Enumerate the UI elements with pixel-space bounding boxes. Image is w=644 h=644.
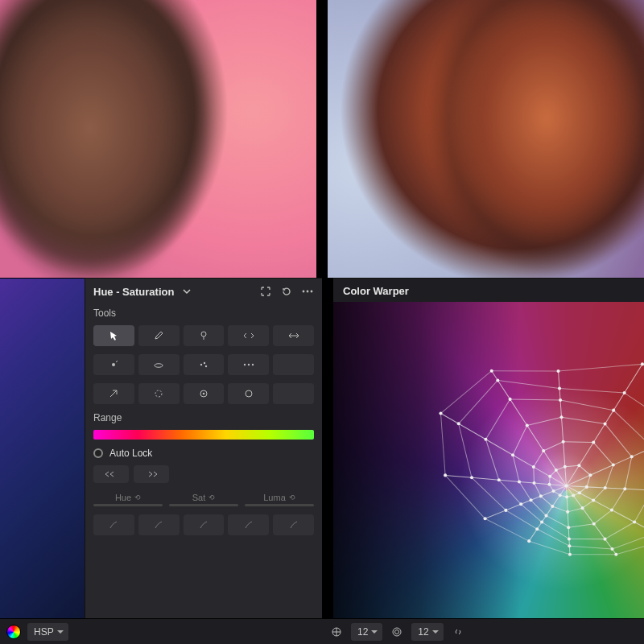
angular-divisions-dropdown[interactable]: 12 (411, 623, 443, 641)
svg-point-6 (204, 362, 205, 364)
svg-point-234 (395, 630, 399, 634)
svg-point-216 (504, 509, 507, 512)
svg-line-33 (552, 506, 568, 512)
reset-icon[interactable] (279, 283, 295, 299)
svg-line-54 (634, 490, 644, 522)
svg-point-8 (244, 364, 246, 365)
svg-line-151 (459, 423, 486, 439)
sat-reset-icon[interactable]: ⟲ (208, 493, 215, 502)
svg-point-207 (509, 398, 512, 401)
brush-3[interactable] (184, 514, 225, 535)
warper-mesh[interactable] (333, 302, 644, 637)
svg-point-179 (551, 505, 554, 508)
mode-dropdown[interactable]: HSP (27, 623, 68, 641)
hue-sat-scope[interactable] (0, 278, 85, 644)
svg-line-114 (612, 510, 634, 522)
svg-point-200 (633, 521, 636, 524)
svg-line-94 (579, 443, 593, 466)
brush-5[interactable] (273, 514, 314, 535)
nudge-left-button[interactable] (93, 465, 129, 483)
pencil-tool[interactable] (138, 325, 180, 346)
svg-point-7 (205, 365, 207, 367)
svg-line-59 (499, 480, 521, 504)
svg-point-227 (527, 539, 530, 543)
range-gradient[interactable] (93, 430, 314, 440)
contract-tool[interactable] (228, 325, 269, 346)
svg-line-112 (580, 493, 593, 500)
more-icon[interactable] (299, 283, 316, 299)
range-section-label: Range (85, 409, 322, 427)
svg-line-47 (519, 481, 530, 500)
spread-tool[interactable] (273, 325, 314, 346)
target-tool[interactable] (184, 383, 225, 404)
grid-icon[interactable] (328, 624, 345, 640)
viewer-left[interactable] (0, 0, 316, 278)
chevron-down-icon[interactable] (179, 283, 195, 299)
pin-tool[interactable] (184, 325, 225, 346)
svg-line-154 (543, 451, 556, 470)
svg-point-231 (490, 369, 493, 373)
svg-line-113 (593, 500, 612, 510)
svg-line-139 (506, 504, 521, 510)
svg-point-182 (532, 465, 535, 469)
cluster-tool[interactable] (184, 354, 225, 375)
pointer-tool[interactable] (93, 325, 134, 346)
sat-label: Sat (192, 493, 206, 502)
svg-line-148 (534, 467, 550, 477)
svg-line-89 (562, 417, 564, 442)
autolock-toggle[interactable] (93, 448, 103, 458)
svg-point-194 (511, 453, 514, 456)
svg-line-85 (441, 371, 492, 414)
brush-4[interactable] (228, 514, 269, 535)
svg-line-45 (546, 516, 568, 528)
svg-line-140 (485, 510, 506, 518)
svg-line-156 (510, 399, 527, 426)
svg-line-124 (567, 497, 568, 512)
svg-line-27 (564, 442, 594, 443)
radial-divisions-dropdown[interactable]: 12 (351, 623, 382, 641)
sat-slider[interactable] (169, 504, 238, 506)
viewer-right[interactable] (328, 0, 644, 278)
nudge-right-button[interactable] (134, 465, 169, 483)
ring-tool[interactable] (228, 383, 269, 404)
svg-point-229 (444, 473, 447, 477)
svg-point-166 (565, 495, 568, 498)
brush-2[interactable] (138, 514, 180, 535)
circle-select-tool[interactable] (138, 383, 180, 404)
luma-reset-icon[interactable]: ⟲ (289, 493, 295, 502)
tools-row-1 (85, 322, 322, 351)
svg-point-10 (252, 364, 254, 365)
svg-point-164 (578, 491, 581, 494)
svg-point-165 (572, 494, 575, 497)
hue-slider[interactable] (93, 504, 163, 506)
svg-line-44 (568, 524, 594, 527)
svg-point-13 (203, 393, 205, 395)
tool-empty-1 (273, 354, 314, 375)
svg-line-50 (527, 417, 562, 425)
arrow-tool[interactable] (93, 383, 134, 404)
svg-point-208 (558, 386, 561, 390)
svg-line-57 (542, 522, 569, 539)
svg-line-69 (537, 529, 569, 546)
svg-point-3 (201, 332, 206, 336)
svg-point-184 (559, 415, 563, 419)
svg-point-197 (612, 409, 615, 412)
svg-point-226 (568, 553, 572, 556)
svg-line-98 (625, 364, 642, 393)
svg-line-145 (472, 477, 499, 480)
lasso-tool[interactable] (138, 354, 180, 375)
svg-line-157 (497, 380, 510, 398)
angular-grid-icon[interactable] (389, 624, 405, 640)
add-point-tool[interactable] (93, 354, 134, 375)
hue-reset-icon[interactable]: ⟲ (134, 493, 141, 502)
svg-point-162 (588, 473, 592, 477)
color-warper-scope[interactable] (333, 302, 644, 644)
expand-icon[interactable] (258, 283, 274, 299)
luma-slider[interactable] (245, 504, 314, 506)
color-wheel-icon[interactable] (6, 625, 21, 639)
link-icon[interactable] (450, 624, 466, 640)
svg-line-149 (513, 455, 534, 467)
brush-1[interactable] (93, 514, 134, 535)
three-dots-tool[interactable] (228, 354, 269, 375)
svg-line-121 (605, 539, 612, 549)
